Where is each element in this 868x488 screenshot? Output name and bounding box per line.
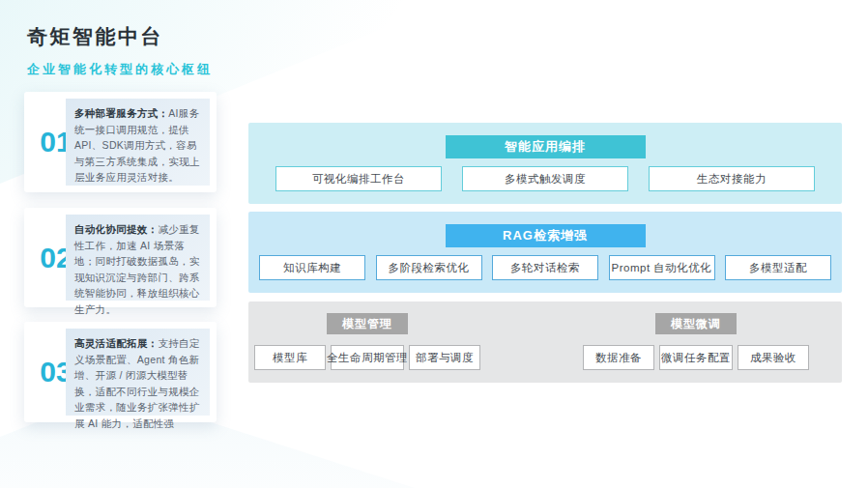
- group-title-badge: 模型管理: [327, 313, 408, 334]
- feature-body: 减少重复性工作，加速 AI 场景落地；同时打破数据孤岛，实现知识沉淀与跨部门、跨…: [74, 223, 200, 315]
- group-title-badge: 模型微调: [655, 313, 737, 334]
- feature-text-panel: 多种部署服务方式：AI服务统一接口调用规范，提供API、SDK调用方式，容易与第…: [66, 99, 210, 186]
- feature-card-2: 02 自动化协同提效：减少重复性工作，加速 AI 场景落地；同时打破数据孤岛，实…: [24, 208, 217, 307]
- group-model-management: 模型管理 模型库 全生命周期管理 部署与调度: [254, 301, 480, 383]
- band-title-badge: RAG检索增强: [446, 224, 646, 247]
- node-full-lifecycle-management: 全生命周期管理: [331, 345, 404, 370]
- node-deployment-scheduling: 部署与调度: [409, 345, 480, 370]
- feature-lead: 自动化协同提效：: [74, 223, 158, 235]
- page-subtitle: 企业智能化转型的核心枢纽: [27, 61, 213, 78]
- band-rag-enhancement: RAG检索增强 知识库构建 多阶段检索优化 多轮对话检索 Prompt 自动化优…: [248, 212, 842, 293]
- node-multistage-retrieval-optimization: 多阶段检索优化: [376, 255, 482, 280]
- node-data-preparation: 数据准备: [583, 345, 654, 370]
- feature-text-panel: 自动化协同提效：减少重复性工作，加速 AI 场景落地；同时打破数据孤岛，实现知识…: [66, 215, 210, 301]
- node-multiturn-dialog-retrieval: 多轮对话检索: [492, 255, 598, 280]
- node-row: 知识库构建 多阶段检索优化 多轮对话检索 Prompt 自动化优化 多模型适配: [248, 255, 842, 280]
- header: 奇矩智能中台 企业智能化转型的核心枢纽: [27, 23, 213, 78]
- node-model-library: 模型库: [254, 345, 326, 370]
- node-knowledge-base-build: 知识库构建: [259, 255, 365, 280]
- band-model-management-finetuning: 模型管理 模型库 全生命周期管理 部署与调度 模型微调 数据准备 微调任务配置 …: [248, 301, 842, 383]
- group-model-finetuning: 模型微调 数据准备 微调任务配置 成果验收: [583, 301, 809, 383]
- node-visual-orchestration-workbench: 可视化编排工作台: [275, 166, 442, 191]
- node-result-acceptance: 成果验收: [738, 345, 809, 370]
- feature-lead: 多种部署服务方式：: [74, 107, 168, 119]
- node-prompt-auto-optimization: Prompt 自动化优化: [609, 255, 715, 280]
- node-row: 数据准备 微调任务配置 成果验收: [583, 345, 809, 370]
- node-finetune-task-config: 微调任务配置: [659, 345, 733, 370]
- feature-card-1: 01 多种部署服务方式：AI服务统一接口调用规范，提供API、SDK调用方式，容…: [24, 92, 217, 192]
- feature-text-panel: 高灵活适配拓展：支持自定义场景配置、Agent 角色新增、开源 / 闭源大模型替…: [66, 329, 210, 416]
- node-multimode-trigger-scheduling: 多模式触发调度: [462, 166, 628, 191]
- node-row: 可视化编排工作台 多模式触发调度 生态对接能力: [248, 166, 842, 191]
- node-multimodel-adaptation: 多模型适配: [725, 255, 831, 280]
- node-row: 模型库 全生命周期管理 部署与调度: [254, 345, 480, 370]
- feature-body: 支持自定义场景配置、Agent 角色新增、开源 / 闭源大模型替换，适配不同行业…: [74, 337, 200, 429]
- page-title: 奇矩智能中台: [27, 23, 213, 50]
- slide-canvas: 奇矩智能中台 企业智能化转型的核心枢纽 01 多种部署服务方式：AI服务统一接口…: [0, 0, 868, 488]
- feature-lead: 高灵活适配拓展：: [74, 337, 158, 349]
- feature-card-3: 03 高灵活适配拓展：支持自定义场景配置、Agent 角色新增、开源 / 闭源大…: [24, 322, 217, 422]
- band-app-orchestration: 智能应用编排 可视化编排工作台 多模式触发调度 生态对接能力: [248, 123, 842, 204]
- band-title-badge: 智能应用编排: [446, 135, 646, 158]
- node-ecosystem-integration: 生态对接能力: [649, 166, 815, 191]
